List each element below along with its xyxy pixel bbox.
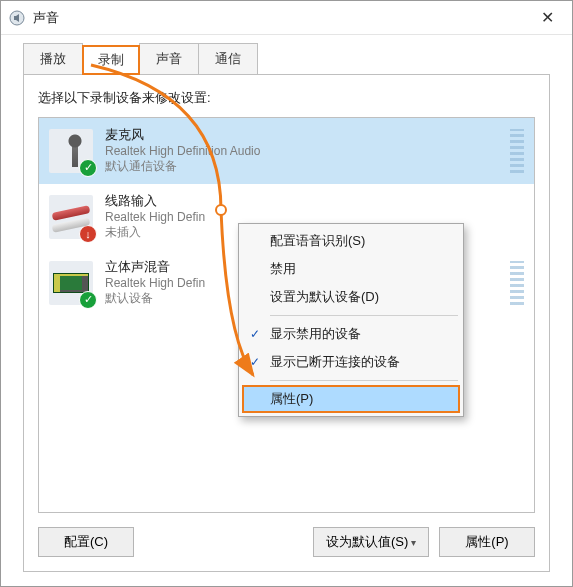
close-button[interactable]: ✕: [531, 4, 564, 31]
set-default-button[interactable]: 设为默认值(S): [313, 527, 429, 557]
device-desc: Realtek High Definition Audio: [105, 144, 498, 158]
device-name: 麦克风: [105, 126, 498, 144]
level-meter: [510, 261, 524, 305]
titlebar: 声音 ✕: [1, 1, 572, 35]
context-menu: 配置语音识别(S) 禁用 设置为默认设备(D) ✓ 显示禁用的设备 ✓ 显示已断…: [238, 223, 464, 417]
device-row-microphone[interactable]: ✓ 麦克风 Realtek High Definition Audio 默认通信…: [39, 118, 534, 184]
menu-set-default[interactable]: 设置为默认设备(D): [242, 283, 460, 311]
tab-recording[interactable]: 录制: [82, 45, 140, 75]
status-badge-default: ✓: [79, 159, 97, 177]
status-badge-default: ✓: [79, 291, 97, 309]
menu-show-disconnected[interactable]: ✓ 显示已断开连接的设备: [242, 348, 460, 376]
sound-dialog: 声音 ✕ 播放 录制 声音 通信 选择以下录制设备来修改设置: ✓ 麦克风 Re…: [0, 0, 573, 587]
menu-separator: [270, 315, 458, 316]
device-name: 线路输入: [105, 192, 524, 210]
stereomix-icon: ✓: [49, 261, 93, 305]
device-desc: Realtek High Defin: [105, 210, 524, 224]
menu-disable[interactable]: 禁用: [242, 255, 460, 283]
check-icon: ✓: [248, 327, 262, 341]
configure-button[interactable]: 配置(C): [38, 527, 134, 557]
tab-strip: 播放 录制 声音 通信: [23, 43, 550, 74]
window-title: 声音: [33, 9, 531, 27]
menu-properties[interactable]: 属性(P): [242, 385, 460, 413]
check-icon: ✓: [248, 355, 262, 369]
dialog-footer: 配置(C) 设为默认值(S) 属性(P): [38, 527, 535, 557]
level-meter: [510, 129, 524, 173]
menu-configure-speech[interactable]: 配置语音识别(S): [242, 227, 460, 255]
instruction-text: 选择以下录制设备来修改设置:: [38, 89, 535, 107]
sound-icon: [9, 10, 25, 26]
device-status: 默认通信设备: [105, 158, 498, 175]
tab-playback[interactable]: 播放: [23, 43, 83, 74]
microphone-icon: ✓: [49, 129, 93, 173]
status-badge-unplugged: ↓: [79, 225, 97, 243]
linein-icon: ↓: [49, 195, 93, 239]
tab-communications[interactable]: 通信: [198, 43, 258, 74]
menu-separator: [270, 380, 458, 381]
menu-show-disabled[interactable]: ✓ 显示禁用的设备: [242, 320, 460, 348]
tab-sounds[interactable]: 声音: [139, 43, 199, 74]
properties-button[interactable]: 属性(P): [439, 527, 535, 557]
